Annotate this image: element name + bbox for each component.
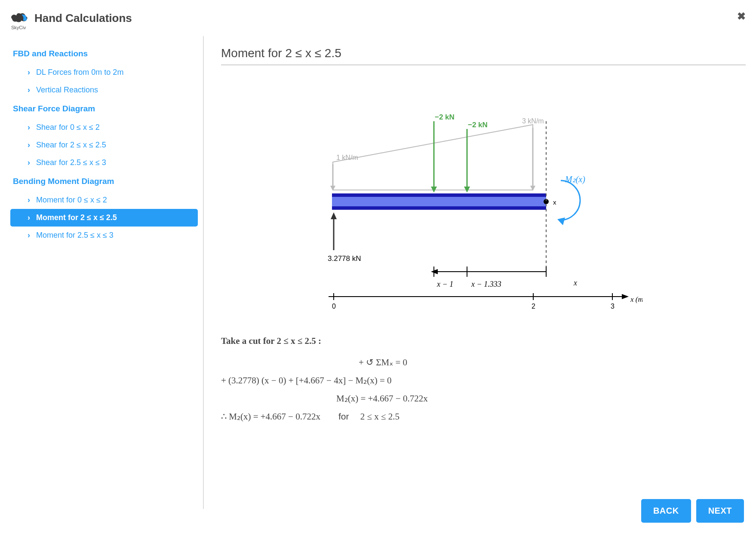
dim-1-label: x − 1 [436,280,453,288]
content-title: Moment for 2 ≤ x ≤ 2.5 [221,46,746,65]
svg-marker-16 [557,217,565,225]
chevron-right-icon: › [28,123,30,132]
dim-2-label: x − 1.333 [471,280,501,288]
close-icon[interactable]: ✖ [737,10,746,22]
next-button[interactable]: NEXT [696,499,744,523]
svg-rect-6 [332,197,546,206]
dist-load-right-label: 3 kN/m [522,117,544,125]
nav-item-label: Moment for 2.5 ≤ x ≤ 3 [36,231,114,239]
nav-section[interactable]: Bending Moment Diagram [10,172,198,191]
chevron-right-icon: › [28,141,30,150]
nav-item-label: Shear for 2.5 ≤ x ≤ 3 [36,158,106,167]
nav-item[interactable]: ›Shear for 0 ≤ x ≤ 2 [10,119,198,136]
nav-item-label: Moment for 2 ≤ x ≤ 2.5 [36,213,117,222]
axis-tick-0: 0 [332,303,336,310]
nav-item-label: Shear for 0 ≤ x ≤ 2 [36,123,100,132]
nav-section[interactable]: FBD and Reactions [10,44,198,64]
calc-line-1: + ↺ ΣMₓ = 0 [221,353,746,371]
chevron-right-icon: › [28,86,30,95]
back-button[interactable]: BACK [641,499,691,523]
page-title: Hand Calculations [34,12,132,25]
calc-line-3: M₂(x) = +4.667 − 0.722x [221,389,746,407]
nav-item-label: Vertical Reactions [36,86,98,94]
nav-item[interactable]: ›Shear for 2 ≤ x ≤ 2.5 [10,136,198,154]
nav-item[interactable]: ›Vertical Reactions [10,81,198,99]
header: SkyCiv Hand Calculations ✖ [0,0,756,36]
nav-item[interactable]: ›Moment for 2.5 ≤ x ≤ 3 [10,227,198,244]
svg-rect-7 [332,206,546,210]
calc-line-4: ∴ M₂(x) = +4.667 − 0.722x for 2 ≤ x ≤ 2.… [221,407,746,426]
nav-item-label: DL Forces from 0m to 2m [36,68,123,77]
svg-marker-11 [331,212,337,219]
calculation-block: Take a cut for 2 ≤ x ≤ 2.5 : + ↺ ΣMₓ = 0… [221,332,746,426]
nav-item-label: Shear for 2 ≤ x ≤ 2.5 [36,141,106,149]
nav-item-label: Moment for 0 ≤ x ≤ 2 [36,196,107,204]
nav-item[interactable]: ›Shear for 2.5 ≤ x ≤ 3 [10,154,198,172]
axis-unit-label: x (m) [630,295,642,303]
sidebar: FBD and Reactions›DL Forces from 0m to 2… [10,36,204,509]
axis-tick-3: 3 [611,303,615,310]
nav-item[interactable]: ›Moment for 2 ≤ x ≤ 2.5 [10,209,198,227]
logo-text: SkyCiv [11,25,26,30]
nav-section[interactable]: Shear Force Diagram [10,99,198,119]
beam-diagram: 1 kN/m 3 kN/m x [221,83,642,323]
nav-item[interactable]: ›DL Forces from 0m to 2m [10,64,198,81]
chevron-right-icon: › [28,213,30,222]
point-load-1-label: −2 kN [435,113,455,121]
cut-x-label: x [553,199,556,206]
moment-label: M₂(x) [565,175,585,184]
chevron-right-icon: › [28,68,30,77]
dim-x-label: x [573,279,577,287]
calc-line-2: + (3.2778) (x − 0) + [+4.667 − 4x] − M₂(… [221,371,746,389]
axis-tick-2: 2 [532,303,535,310]
chevron-right-icon: › [28,158,30,167]
svg-marker-0 [333,125,533,190]
svg-rect-5 [332,193,546,197]
chevron-right-icon: › [28,196,30,205]
logo: SkyCiv [9,8,29,28]
footer-buttons: BACK NEXT [641,499,744,523]
main-content: Moment for 2 ≤ x ≤ 2.5 1 kN/m 3 kN/m x [204,36,746,509]
dist-load-left-label: 1 kN/m [336,154,358,161]
svg-marker-23 [622,294,629,299]
reaction-force-label: 3.2778 kN [328,254,361,263]
chevron-right-icon: › [28,231,30,240]
nav-item[interactable]: ›Moment for 0 ≤ x ≤ 2 [10,191,198,209]
point-load-2-label: −2 kN [468,121,488,129]
calc-intro: Take a cut for 2 ≤ x ≤ 2.5 : [221,332,746,350]
